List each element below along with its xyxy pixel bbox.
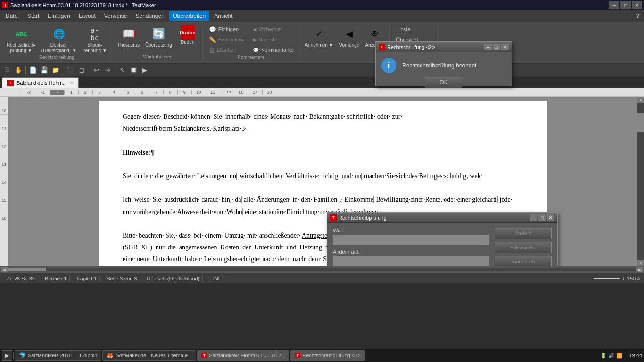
- ruler-mark: 2: [78, 90, 92, 95]
- ribbon-btn-vorherige[interactable]: ◀ Vorherige: [338, 25, 362, 49]
- taskbar-firefox[interactable]: 🦊 SoftMaker.de - Neues Thema e...: [102, 350, 196, 361]
- ribbon-group-rechtschreibung-label: Rechtschreibung: [5, 55, 109, 61]
- spell-word-input[interactable]: [333, 235, 489, 245]
- toolbar-save-btn[interactable]: 💾: [39, 65, 50, 75]
- toolbar-redo-btn[interactable]: ↪: [102, 65, 113, 75]
- ribbon-btn-thesaurus[interactable]: 📖 Thesaurus: [116, 25, 141, 49]
- taskbar-tray-icons: 🔋 🔊 📶: [600, 353, 623, 359]
- menu-layout[interactable]: Layout: [75, 11, 99, 21]
- menu-einfuegen[interactable]: Einfügen: [44, 11, 74, 21]
- scroll-down-button[interactable]: ▼: [637, 260, 644, 266]
- ruler-num-16: 16: [0, 204, 8, 222]
- ruler-num-11: 11: [0, 115, 8, 132]
- h-scroll-thumb[interactable]: [8, 268, 46, 272]
- spell-change-textarea[interactable]: [333, 256, 489, 266]
- ruler-mark: 5: [121, 90, 135, 95]
- completed-dialog-maximize[interactable]: □: [493, 44, 500, 50]
- paragraph-2: Niederschrift·beim·Salzlandkreis,·Karlsp…: [123, 123, 523, 134]
- spell-alle-aendern-button[interactable]: Alle ändern: [495, 242, 552, 253]
- title-bar: T Salzlandkreis Hohm 03.01.18 2101231391…: [0, 0, 644, 10]
- ruler: -2 -1 · 1 2 3 4 5 6 7 8 9 10 11 ...15 16…: [0, 88, 644, 97]
- taskbar: ▶ 🐬 Salzlandkreis 2018 — Dolphin 🦊 SoftM…: [0, 349, 644, 362]
- ribbon-btn-deutsch[interactable]: 🌐 Deutsch(Deutschland) ▼: [40, 25, 79, 55]
- ribbon-btn-bearbeiten[interactable]: ✏️ Bearbeiten: [206, 35, 246, 44]
- completed-dialog-body: i Rechtschreibprüfung beendet: [376, 52, 512, 77]
- toolbar-cursor-btn[interactable]: ↖: [117, 65, 127, 75]
- taskbar-start-button[interactable]: ▶: [2, 350, 12, 361]
- ribbon-btn-annehmen[interactable]: ✓ Annehmen ▼: [303, 25, 335, 49]
- ribbon-group-woerterbucher-label: Wörterbücher: [116, 54, 199, 60]
- completed-dialog[interactable]: T Rechtschr...fung <2> ─ □ ✕ i Rechtschr…: [375, 41, 512, 86]
- scroll-up-button[interactable]: ▲: [637, 97, 644, 103]
- ribbon-group-rechtschreibung: ABC ✓ Rechtschreib-prüfung ▼ 🌐 Deutsch(D…: [2, 24, 112, 61]
- ribbon-btn-nste[interactable]: ...nste: [393, 25, 413, 34]
- leistungsberechtigte-link: Leistungsberechtigte: [204, 255, 259, 263]
- ruler-mark: 18: [262, 90, 276, 95]
- scroll-thumb[interactable]: [637, 113, 644, 132]
- toolbar-undo-btn[interactable]: ↩: [91, 65, 101, 75]
- menu-start[interactable]: Start: [24, 11, 43, 21]
- menu-datei[interactable]: Datei: [2, 11, 23, 21]
- ribbon-btn-vorheriger[interactable]: ◀ Vorheriger: [250, 25, 296, 34]
- menu-help[interactable]: ?: [633, 12, 642, 20]
- menu-verweise[interactable]: Verweise: [100, 11, 131, 21]
- minimize-button[interactable]: ─: [609, 1, 619, 9]
- zoom-minus[interactable]: ─: [588, 276, 592, 281]
- ribbon-btn-rechtschreibpruefung[interactable]: ABC ✓ Rechtschreib-prüfung ▼: [5, 25, 38, 55]
- completed-dialog-close[interactable]: ✕: [501, 44, 509, 50]
- ribbon-group-kommentare: 💬 Einfügen ✏️ Bearbeiten 🗑 Löschen ◀ Vor…: [203, 24, 300, 61]
- taskbar-time: 19:44: [629, 353, 642, 358]
- ruler-mark: ...15: [220, 90, 234, 95]
- ribbon-btn-silbentrennung[interactable]: a-bc Silben-trennung ▼: [81, 25, 109, 55]
- horizontal-scrollbar[interactable]: ◀ ▶: [0, 266, 644, 273]
- zoom-plus[interactable]: +: [622, 276, 625, 281]
- scroll-left-button[interactable]: ◀: [1, 267, 8, 272]
- toolbar-box-btn[interactable]: 🔲: [128, 65, 139, 75]
- paragraph-hinweise: Hinweise:¶: [123, 147, 523, 158]
- taskbar-dolphin[interactable]: 🐬 Salzlandkreis 2018 — Dolphin: [15, 350, 101, 361]
- toolbar-play-btn[interactable]: ▶: [140, 65, 150, 75]
- taskbar-textmaker[interactable]: T Salzlandkreis Hohm 03.01.18 2...: [197, 350, 289, 361]
- spell-dialog-maximize[interactable]: □: [538, 214, 546, 221]
- ribbon-btn-uebersetzung[interactable]: 🔄 Übersetzung: [143, 25, 174, 49]
- menu-ansicht[interactable]: Ansicht: [210, 11, 236, 21]
- app-icon: T: [2, 2, 8, 8]
- scroll-track[interactable]: [637, 103, 644, 260]
- paragraph-1: Gegen· diesen· Bescheid· können· Sie· in…: [123, 111, 523, 123]
- spell-dialog-close[interactable]: ✕: [547, 214, 554, 221]
- tab-close-button[interactable]: ✕: [70, 80, 74, 85]
- toolbar-menu-btn[interactable]: ☰: [2, 65, 12, 75]
- ruler-mark: -1: [36, 90, 50, 95]
- menu-ueberarbeiten[interactable]: Überarbeiten: [169, 11, 209, 21]
- ribbon-btn-deutsch-label: Deutsch(Deutschland) ▼: [41, 42, 77, 54]
- ribbon-btn-loeschen[interactable]: 🗑 Löschen: [206, 45, 246, 55]
- completed-ok-button[interactable]: OK: [425, 77, 462, 88]
- close-button[interactable]: ✕: [632, 1, 642, 9]
- toolbar-open-btn[interactable]: 📁: [50, 65, 61, 75]
- ribbon: ABC ✓ Rechtschreib-prüfung ▼ 🌐 Deutsch(D…: [0, 22, 644, 64]
- ruler-mark: 3: [92, 90, 107, 95]
- toolbar-light-btn[interactable]: ◻: [76, 65, 87, 75]
- document-tab[interactable]: T Salzlandkreis Hohm... ✕: [2, 77, 79, 88]
- spell-ignorieren-button[interactable]: Ignorieren: [495, 256, 552, 266]
- spell-aendern-button[interactable]: Ändern: [495, 228, 552, 239]
- completed-dialog-minimize[interactable]: ─: [484, 44, 492, 50]
- toolbar-dark-btn[interactable]: ⬛: [65, 65, 75, 75]
- zoom-slider[interactable]: ━━━━━━━━: [594, 275, 620, 281]
- ribbon-btn-naechster[interactable]: ▶ Nächster: [250, 35, 296, 44]
- maximize-button[interactable]: □: [620, 1, 631, 9]
- spell-dialog[interactable]: T Rechtschreibprüfung ─ □ ✕ Wort: Ändern…: [327, 212, 558, 266]
- menu-sendungen[interactable]: Sendungen: [132, 11, 168, 21]
- ribbon-btn-einfuegen[interactable]: 💬 Einfügen: [206, 25, 246, 34]
- toolbar: ☰ ✋ 📄 💾 📁 ⬛ ◻ ↩ ↪ ↖ 🔲 ▶: [0, 64, 644, 77]
- h-scroll-track[interactable]: [8, 268, 636, 272]
- toolbar-new-btn[interactable]: 📄: [28, 65, 38, 75]
- ribbon-group-woerterbucher: 📖 Thesaurus 🔄 Übersetzung Duden Duden Wö…: [113, 24, 203, 61]
- ruler-mark: -2: [22, 90, 36, 95]
- ribbon-btn-duden[interactable]: Duden Duden: [176, 25, 199, 46]
- toolbar-pointer-btn[interactable]: ✋: [13, 65, 24, 75]
- scroll-right-button[interactable]: ▶: [636, 267, 643, 272]
- spell-dialog-minimize[interactable]: ─: [530, 214, 537, 221]
- ribbon-btn-kommentarfeld[interactable]: 💬 Kommentarfel: [250, 45, 296, 55]
- taskbar-spellcheck[interactable]: T Rechtschreibprüfung <2>: [290, 350, 365, 361]
